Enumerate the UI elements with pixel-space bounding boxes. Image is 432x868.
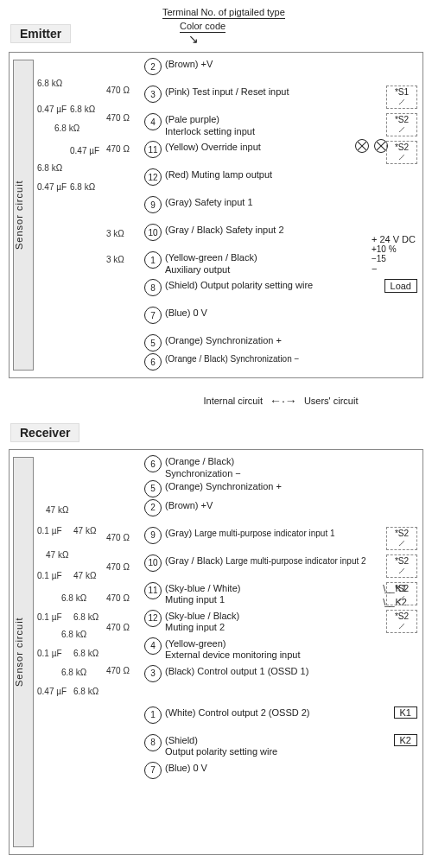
component-resistor: 470 Ω [106, 623, 130, 632]
terminal-name: Output polarity setting wire [200, 280, 313, 290]
terminal-name: Safety input 2 [226, 225, 283, 235]
terminal-row: 1 (Yellow-green / Black)Auxiliary output [144, 251, 417, 279]
terminal-color: (Red) [165, 169, 189, 180]
terminal-name: Large multi-purpose indicator input 1 [194, 529, 334, 538]
terminal-name: Synchronization + [206, 335, 282, 345]
terminal-number: 6 [144, 353, 162, 371]
terminal-number: 9 [144, 527, 162, 544]
terminal-row: 2 (Brown) +V [144, 499, 417, 527]
terminal-row: 10 (Gray / Black) Safety input 2 [144, 224, 417, 251]
terminal-row: 2 (Brown) +V [144, 58, 417, 86]
terminal-row: 8 (Shield) Output polarity setting wire … [144, 279, 417, 307]
terminal-row: 4 (Pale purple)Interlock setting input *… [144, 113, 417, 141]
terminal-color: (Sky-blue / White) [165, 583, 240, 593]
sensor-circuit-bar-emitter: Sensor circuit [13, 60, 34, 371]
component-cap: 0.47 µF [37, 687, 67, 696]
sensor-circuit-bar-receiver: Sensor circuit [13, 457, 34, 847]
switch-symbol: *S2⟋ [386, 582, 417, 605]
terminal-row: 12 (Red) Muting lamp output [144, 168, 417, 196]
internal-circuit-label: Internal circuit [204, 396, 263, 406]
component-resistor: 470 Ω [106, 144, 130, 154]
terminal-number: 10 [144, 554, 162, 572]
terminal-name: Synchronization − [231, 354, 300, 364]
terminal-name: Override input [201, 142, 261, 152]
terminal-color: (Pink) [165, 86, 190, 97]
component-resistor: 470 Ω [106, 666, 130, 675]
terminal-color: (Gray / Black) [165, 225, 223, 235]
component-cap: 0.1 µF [37, 649, 62, 658]
terminal-color: (Shield) [165, 280, 198, 290]
component-resistor: 47 kΩ [46, 505, 68, 515]
component-cap: 0.1 µF [37, 571, 62, 580]
terminal-number: 3 [144, 665, 162, 682]
k2-coil-box: K2 [394, 734, 417, 746]
component-resistor: 47 kΩ [46, 550, 68, 560]
terminal-number: 8 [144, 279, 162, 296]
terminal-row: 9 (Gray) Large multi-purpose indicator i… [144, 527, 417, 554]
terminal-number: 1 [144, 251, 162, 269]
terminal-name: +V [201, 59, 213, 69]
terminal-color: (Yellow) [165, 142, 199, 152]
component-resistor: 6.8 kΩ [61, 668, 86, 677]
terminal-color: (Yellow-green) [165, 638, 226, 649]
terminal-color: (Gray / Black) [165, 555, 223, 566]
component-cap: 0.1 µF [37, 526, 62, 535]
terminal-color: (Orange / Black) [165, 354, 228, 364]
component-resistor: 470 Ω [106, 593, 130, 603]
switch-symbol: *S2⟋ [386, 527, 417, 550]
component-resistor: 6.8 kΩ [70, 105, 95, 114]
switch-symbol: *S2⟋ [386, 610, 417, 633]
terminal-name: Interlock setting input [165, 126, 255, 136]
terminal-name: Auxiliary output [165, 264, 230, 275]
terminal-number: 10 [144, 224, 162, 241]
k1-coil-box: K1 [394, 706, 417, 719]
terminal-row: 11 (Sky-blue / White)Muting input 1 *S2⟋ [144, 582, 417, 610]
terminal-color: (Orange / Black) [165, 456, 234, 466]
terminal-number: 12 [144, 610, 162, 627]
terminal-name: Muting input 1 [165, 594, 225, 605]
terminal-row: 8 (Shield)Output polarity setting wire K… [144, 734, 417, 762]
component-resistor: 470 Ω [106, 533, 130, 542]
terminal-name: Control output 2 (OSSD 2) [199, 707, 310, 718]
terminal-number: 11 [144, 141, 162, 158]
terminal-number: 3 [144, 86, 162, 103]
terminal-row: 10 (Gray / Black) Large multi-purpose in… [144, 554, 417, 582]
receiver-title: Receiver [10, 423, 79, 442]
terminal-name: Synchronization − [165, 468, 241, 478]
legend-pin: Terminal No. of pigtailed type [162, 7, 285, 19]
terminal-row: 5 (Orange) Synchronization + [144, 480, 417, 499]
switch-symbol: *S2⟋ [386, 554, 417, 578]
terminal-color: (Sky-blue / Black) [165, 611, 239, 621]
terminal-color: (Pale purple) [165, 114, 219, 124]
component-resistor: 47 kΩ [73, 571, 96, 580]
terminal-name: Muting input 2 [165, 622, 225, 632]
terminal-color: (Black) [165, 666, 194, 676]
terminal-number: 2 [144, 58, 162, 75]
terminal-row: 5 (Orange) Synchronization + [144, 334, 417, 353]
component-resistor: 3 kΩ [106, 229, 124, 238]
terminal-number: 2 [144, 499, 162, 516]
component-resistor: 470 Ω [106, 562, 130, 572]
component-resistor: 3 kΩ [106, 255, 124, 264]
component-resistor: 6.8 kΩ [73, 612, 98, 622]
terminal-number: 9 [144, 196, 162, 213]
terminal-color: (White) [165, 707, 195, 718]
users-circuit-label: Users' circuit [304, 396, 359, 406]
component-resistor: 6.8 kΩ [61, 630, 86, 639]
terminal-row: 12 (Sky-blue / Black)Muting input 2 *S2⟋ [144, 610, 417, 637]
terminal-name: Output polarity setting wire [165, 746, 277, 757]
diagram-legend: Emitter Terminal No. of pigtailed type C… [7, 7, 425, 47]
arrow-down-icon: ↘ [188, 33, 199, 45]
terminal-number: 5 [144, 334, 162, 352]
component-resistor: 47 kΩ [73, 526, 96, 535]
terminal-number: 5 [144, 480, 162, 497]
terminal-name: External device monitoring input [165, 649, 301, 660]
terminal-number: 4 [144, 637, 162, 655]
terminal-number: 7 [144, 307, 162, 324]
terminal-color: (Orange) [165, 335, 203, 345]
terminal-color: (Blue) [165, 307, 190, 318]
terminal-color: (Brown) [165, 500, 199, 510]
terminal-row: 3 (Pink) Test input / Reset input *S1⟋ [144, 86, 417, 113]
terminal-row: 4 (Yellow-green)External device monitori… [144, 637, 417, 665]
component-resistor: 6.8 kΩ [37, 163, 62, 173]
